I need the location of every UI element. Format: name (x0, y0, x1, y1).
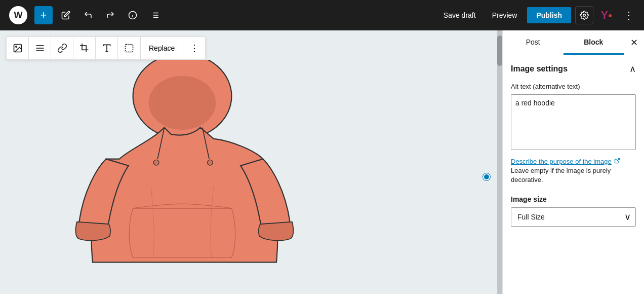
hoodie-illustration (25, 60, 339, 294)
text-overlay-button[interactable] (96, 37, 118, 59)
image-toolbar: Replace ⋮ (6, 36, 206, 60)
alt-text-help: Describe the purpose of the image Leave … (511, 157, 636, 185)
svg-point-9 (583, 14, 586, 17)
edit-button[interactable] (57, 6, 75, 24)
main-content: Replace ⋮ (0, 30, 644, 294)
add-block-button[interactable]: + (34, 6, 53, 24)
svg-point-20 (149, 76, 216, 130)
svg-point-24 (208, 160, 213, 165)
svg-point-23 (153, 160, 159, 165)
sidebar: Post Block ✕ Image settings ∧ Alt text (… (502, 30, 644, 294)
alt-text-field-group: Alt text (alternative text) a red hoodie (511, 83, 636, 152)
undo-button[interactable] (79, 6, 97, 24)
image-size-select-wrapper: Full Size Large Medium Thumbnail ∨ (511, 207, 636, 227)
alt-text-label: Alt text (alternative text) (511, 83, 636, 90)
image-size-section: Image size Full Size Large Medium Thumbn… (511, 195, 636, 227)
image-size-select[interactable]: Full Size Large Medium Thumbnail (511, 207, 636, 227)
yoast-button[interactable]: Y● (597, 6, 616, 24)
block-tab[interactable]: Block (564, 30, 624, 55)
resize-handle[interactable] (483, 173, 490, 180)
svg-line-25 (617, 159, 620, 162)
collapse-section-button[interactable]: ∧ (629, 63, 636, 75)
settings-button[interactable] (575, 6, 593, 24)
select-button[interactable] (118, 37, 140, 59)
alt-text-input[interactable]: a red hoodie (511, 94, 636, 150)
wp-logo: W (6, 0, 30, 30)
alt-text-help-text: Leave empty if the image is purely decor… (511, 167, 611, 183)
more-options-button[interactable]: ⋮ (620, 6, 638, 24)
image-purpose-link[interactable]: Describe the purpose of the image (511, 158, 612, 165)
image-size-label: Image size (511, 195, 636, 203)
list-view-button[interactable] (146, 6, 164, 24)
image-icon-button[interactable] (7, 37, 29, 59)
wp-logo-text: W (14, 10, 23, 21)
info-button[interactable] (124, 6, 142, 24)
wp-logo-circle: W (9, 6, 27, 24)
close-sidebar-button[interactable]: ✕ (624, 30, 644, 55)
align-button[interactable] (29, 37, 51, 59)
crop-button[interactable] (73, 37, 96, 59)
image-settings-title: Image settings (511, 64, 568, 74)
editor-area: Replace ⋮ (0, 30, 497, 294)
svg-rect-17 (125, 45, 133, 52)
top-toolbar: W + Save draft Preview Publish (0, 0, 644, 30)
sidebar-content: Image settings ∧ Alt text (alternative t… (503, 55, 644, 294)
svg-point-11 (15, 46, 16, 48)
image-more-button[interactable]: ⋮ (183, 37, 205, 59)
replace-button[interactable]: Replace (140, 37, 183, 59)
post-tab[interactable]: Post (503, 30, 564, 55)
sidebar-tabs: Post Block ✕ (503, 30, 644, 55)
preview-button[interactable]: Preview (486, 7, 524, 23)
save-draft-button[interactable]: Save draft (437, 7, 482, 23)
image-canvas (0, 60, 497, 294)
publish-button[interactable]: Publish (527, 7, 571, 23)
image-settings-section-header: Image settings ∧ (511, 63, 636, 75)
link-button[interactable] (51, 37, 73, 59)
editor-scrollbar[interactable] (497, 30, 502, 294)
redo-button[interactable] (101, 6, 119, 24)
